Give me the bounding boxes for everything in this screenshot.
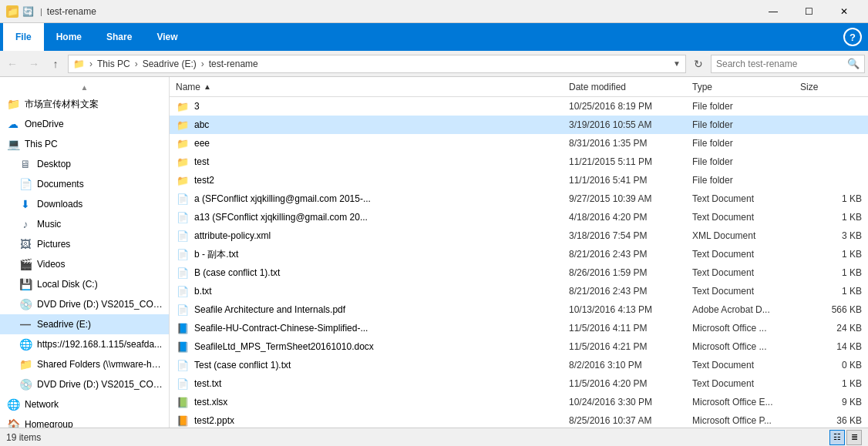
sidebar-scroll-up[interactable]: ▲	[0, 80, 169, 94]
table-row[interactable]: 📄 b.txt 8/21/2016 2:43 PM Text Document …	[170, 282, 868, 300]
file-list: 📁 3 10/25/2016 8:19 PM File folder 📁 abc…	[170, 97, 868, 428]
table-row[interactable]: 📄 b - 副本.txt 8/21/2016 2:43 PM Text Docu…	[170, 245, 868, 263]
table-row[interactable]: 📗 test.xlsx 10/24/2016 3:30 PM Microsoft…	[170, 393, 868, 411]
table-row[interactable]: 📘 Seafile-HU-Contract-Chinese-Simplified…	[170, 319, 868, 337]
file-date: 11/5/2016 4:21 PM	[569, 341, 692, 352]
table-row[interactable]: 📄 a13 (SFConflict xjqkilling@gmail.com 2…	[170, 208, 868, 226]
file-date: 3/19/2016 10:55 AM	[569, 119, 692, 130]
table-row[interactable]: 📙 test2.pptx 8/25/2016 10:37 AM Microsof…	[170, 411, 868, 428]
tab-view[interactable]: View	[144, 23, 190, 51]
table-row[interactable]: 📄 a (SFConflict xjqkilling@gmail.com 201…	[170, 189, 868, 208]
pictures-icon: 🖼	[19, 237, 32, 251]
sidebar-item-https-seadrive[interactable]: 🌐 https://192.168.1.115/seafda...	[0, 334, 169, 354]
search-box[interactable]: 🔍	[711, 55, 865, 73]
sidebar-item-shared-folders[interactable]: 📁 Shared Folders (\\vmware-ho...	[0, 354, 169, 374]
table-row[interactable]: 📁 3 10/25/2016 8:19 PM File folder	[170, 97, 868, 116]
minimize-button[interactable]: —	[755, 0, 791, 23]
path-sep-1: ›	[89, 59, 93, 69]
close-button[interactable]: ✕	[826, 0, 862, 23]
table-row[interactable]: 📄 Test (case conflict 1).txt 8/2/2016 3:…	[170, 356, 868, 374]
file-type-icon: 📄	[176, 358, 190, 372]
help-button[interactable]: ?	[843, 28, 862, 46]
file-type-icon: 📙	[176, 414, 190, 428]
title-bar: 📁 🔄 | test-rename — ☐ ✕	[0, 0, 868, 23]
file-date: 8/21/2016 2:43 PM	[569, 249, 692, 260]
file-type: Text Document	[692, 212, 800, 223]
search-input[interactable]	[716, 59, 847, 69]
forward-button[interactable]: →	[25, 55, 43, 73]
sidebar-item-thispc[interactable]: 💻 This PC	[0, 134, 169, 154]
sidebar-item-label: Shared Folders (\\vmware-ho...	[37, 359, 163, 370]
file-size: 566 KB	[800, 304, 862, 315]
sidebar-item-localdisk-c[interactable]: 💾 Local Disk (C:)	[0, 274, 169, 294]
sidebar-item-pictures[interactable]: 🖼 Pictures	[0, 234, 169, 254]
path-this-pc[interactable]: This PC	[97, 59, 130, 69]
sidebar-item-onedrive[interactable]: ☁ OneDrive	[0, 114, 169, 134]
back-button[interactable]: ←	[3, 55, 22, 73]
table-row[interactable]: 📁 abc 3/19/2016 10:55 AM File folder	[170, 116, 868, 134]
sidebar-item-dvd-d2[interactable]: 💿 DVD Drive (D:) VS2015_COM_E...	[0, 374, 169, 394]
col-header-name[interactable]: Name ▲	[176, 82, 569, 92]
table-row[interactable]: 📄 B (case conflict 1).txt 8/26/2016 1:59…	[170, 263, 868, 282]
up-button[interactable]: ↑	[46, 55, 65, 73]
view-details-button[interactable]: ☷	[829, 430, 845, 445]
maximize-button[interactable]: ☐	[791, 0, 826, 23]
table-row[interactable]: 📁 test 11/21/2015 5:11 PM File folder	[170, 153, 868, 171]
view-list-button[interactable]: ≣	[846, 430, 862, 445]
col-header-size[interactable]: Size	[800, 82, 862, 92]
table-row[interactable]: 📁 test2 11/1/2016 5:41 PM File folder	[170, 171, 868, 189]
file-size: 1 KB	[800, 286, 862, 297]
sidebar-item-documents[interactable]: 📄 Documents	[0, 174, 169, 194]
table-row[interactable]: 📄 attribute-policy.xml 3/18/2016 7:54 PM…	[170, 226, 868, 245]
sidebar-item-videos[interactable]: 🎬 Videos	[0, 254, 169, 274]
table-row[interactable]: 📘 SeafileLtd_MPS_TermSheet20161010.docx …	[170, 337, 868, 356]
sidebar-item-network[interactable]: 🌐 Network	[0, 394, 169, 414]
path-sep-2: ›	[135, 59, 138, 69]
column-headers: Name ▲ Date modified Type Size	[170, 77, 868, 97]
sidebar-item-downloads[interactable]: ⬇ Downloads	[0, 194, 169, 214]
file-date: 11/1/2016 5:41 PM	[569, 175, 692, 186]
file-type-icon: 📄	[176, 247, 190, 261]
path-test-rename[interactable]: test-rename	[209, 59, 258, 69]
file-type: Microsoft Office ...	[692, 323, 800, 334]
tab-file[interactable]: File	[3, 23, 44, 51]
file-name: test.xlsx	[194, 397, 569, 407]
sidebar-item-desktop[interactable]: 🖥 Desktop	[0, 154, 169, 174]
tab-home[interactable]: Home	[44, 23, 94, 51]
undo-icon[interactable]: 🔄	[22, 5, 34, 18]
sidebar-item-label: 市场宣传材料文案	[25, 98, 99, 111]
sidebar-item-homegroup[interactable]: 🏠 Homegroup	[0, 414, 169, 428]
file-name: eee	[194, 138, 569, 149]
file-type: Text Document	[692, 193, 800, 204]
table-row[interactable]: 📄 Seafile Architecture and Internals.pdf…	[170, 300, 868, 319]
refresh-button[interactable]: ↻	[689, 55, 708, 73]
address-path[interactable]: 📁 › This PC › Seadrive (E:) › test-renam…	[68, 55, 686, 73]
downloads-icon: ⬇	[19, 197, 32, 211]
table-row[interactable]: 📁 eee 8/31/2016 1:35 PM File folder	[170, 134, 868, 153]
status-bar: 19 items ☷ ≣	[0, 428, 868, 446]
file-size: 1 KB	[800, 193, 862, 204]
tab-share[interactable]: Share	[94, 23, 144, 51]
file-type: Text Document	[692, 267, 800, 278]
sidebar-item-dvd-d[interactable]: 💿 DVD Drive (D:) VS2015_COM_...	[0, 294, 169, 314]
file-size: 0 KB	[800, 360, 862, 371]
path-dropdown-icon[interactable]: ▼	[673, 59, 681, 68]
sidebar-item-seadrive-e[interactable]: — Seadrive (E:)	[0, 314, 169, 334]
file-date: 8/25/2016 10:37 AM	[569, 415, 692, 426]
file-type-icon: 📘	[176, 340, 190, 354]
file-type: File folder	[692, 119, 800, 130]
sidebar-item-market-folder[interactable]: 📁 市场宣传材料文案	[0, 94, 169, 114]
col-header-date[interactable]: Date modified	[569, 82, 692, 92]
sidebar-item-music[interactable]: ♪ Music	[0, 214, 169, 234]
path-seadrive[interactable]: Seadrive (E:)	[143, 59, 197, 69]
file-type: File folder	[692, 175, 800, 186]
table-row[interactable]: 📄 test.txt 11/5/2016 4:20 PM Text Docume…	[170, 374, 868, 393]
sidebar-item-label: DVD Drive (D:) VS2015_COM_E...	[37, 379, 163, 390]
file-type-icon: 📄	[176, 210, 190, 224]
ribbon: File Home Share View ?	[0, 23, 868, 51]
col-header-type[interactable]: Type	[692, 82, 800, 92]
title-separator: |	[40, 7, 42, 16]
status-item-count: 19 items	[6, 432, 41, 443]
file-date: 10/13/2016 4:13 PM	[569, 304, 692, 315]
file-size: 36 KB	[800, 415, 862, 426]
